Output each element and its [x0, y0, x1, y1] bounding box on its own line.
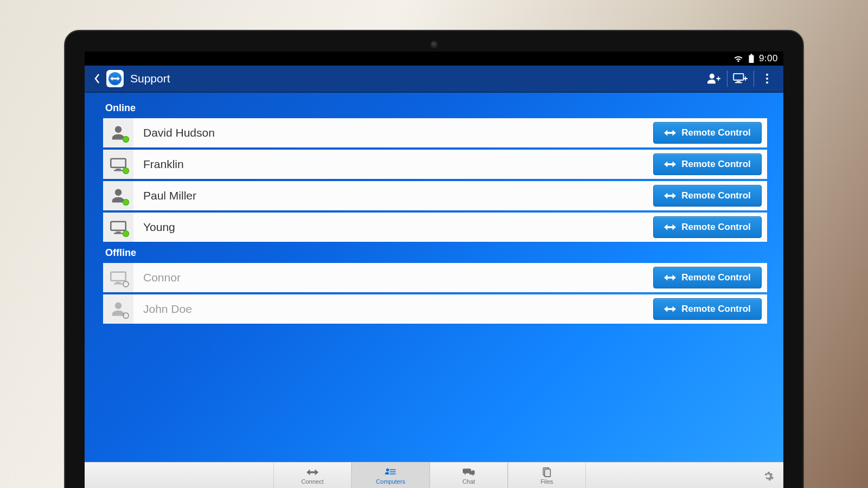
- battery-icon: [748, 54, 755, 63]
- contact-name: John Doe: [133, 294, 650, 324]
- svg-rect-1: [750, 54, 752, 55]
- svg-rect-13: [114, 233, 123, 234]
- wifi-icon: [733, 54, 744, 63]
- remote-control-label: Remote Control: [681, 159, 751, 170]
- svg-point-6: [766, 78, 768, 80]
- svg-rect-2: [733, 74, 743, 80]
- svg-rect-18: [390, 471, 395, 472]
- contact-row[interactable]: John Doe Remote Control: [103, 294, 767, 324]
- camera-dot: [430, 41, 438, 48]
- computer-icon: [103, 263, 133, 292]
- svg-rect-12: [116, 232, 120, 233]
- svg-rect-3: [737, 81, 741, 82]
- svg-rect-0: [749, 55, 754, 63]
- svg-rect-8: [111, 159, 125, 168]
- screen: 9:00 Support: [85, 52, 783, 488]
- remote-control-label: Remote Control: [681, 127, 751, 138]
- remote-control-label: Remote Control: [681, 304, 751, 314]
- section-label-online: Online: [105, 102, 767, 114]
- section-label-offline: Offline: [105, 247, 767, 259]
- contacts-pane: Online David Hudson Remote Control: [85, 93, 783, 462]
- app-header: Support: [85, 66, 783, 93]
- tab-computers[interactable]: Computers: [352, 463, 430, 488]
- contact-row[interactable]: David Hudson Remote Control: [103, 118, 767, 147]
- contact-name: Franklin: [133, 150, 650, 179]
- tab-connect[interactable]: Connect: [273, 463, 352, 488]
- status-dot-offline: [123, 312, 129, 319]
- person-icon: [103, 294, 133, 324]
- offline-list: Connor Remote Control John Doe: [103, 263, 767, 324]
- svg-rect-15: [116, 282, 120, 283]
- back-button[interactable]: [88, 66, 106, 92]
- remote-control-button[interactable]: Remote Control: [653, 185, 762, 207]
- overflow-menu-button[interactable]: [754, 66, 780, 92]
- svg-point-7: [766, 81, 768, 84]
- svg-rect-19: [390, 473, 395, 474]
- contact-name: Connor: [133, 263, 650, 292]
- status-dot-online: [123, 136, 129, 143]
- tab-label: Chat: [462, 478, 475, 485]
- tab-chat[interactable]: Chat: [430, 463, 508, 488]
- status-dot-offline: [123, 281, 129, 287]
- svg-rect-21: [545, 469, 551, 477]
- contact-row[interactable]: Franklin Remote Control: [103, 150, 767, 179]
- computer-icon: [103, 150, 133, 179]
- person-icon: [103, 181, 133, 210]
- contact-name: Paul Miller: [133, 181, 650, 210]
- page-title: Support: [130, 72, 170, 85]
- add-computer-button[interactable]: [727, 66, 754, 92]
- status-dot-online: [123, 168, 129, 174]
- online-list: David Hudson Remote Control Franklin: [103, 118, 767, 242]
- contact-row[interactable]: Paul Miller Remote Control: [103, 181, 767, 210]
- status-dot-online: [123, 199, 129, 206]
- remote-control-label: Remote Control: [681, 190, 751, 201]
- contact-row[interactable]: Young Remote Control: [103, 213, 767, 242]
- bottom-tabbar: Connect Computers Chat Files: [85, 462, 783, 488]
- remote-control-label: Remote Control: [681, 222, 751, 233]
- app-logo: [106, 70, 124, 87]
- tab-label: Files: [540, 478, 553, 485]
- status-dot-online: [123, 230, 129, 237]
- status-bar: 9:00: [85, 52, 783, 66]
- svg-rect-14: [111, 272, 125, 281]
- tab-label: Connect: [302, 478, 324, 485]
- svg-point-5: [766, 74, 768, 76]
- svg-rect-10: [114, 170, 123, 171]
- remote-control-button[interactable]: Remote Control: [653, 298, 762, 320]
- remote-control-button[interactable]: Remote Control: [653, 122, 762, 144]
- settings-button[interactable]: [762, 470, 775, 483]
- computer-icon: [103, 213, 133, 242]
- svg-rect-4: [735, 82, 742, 83]
- svg-rect-17: [390, 469, 395, 470]
- add-contact-button[interactable]: [701, 66, 727, 92]
- remote-control-button[interactable]: Remote Control: [653, 216, 762, 238]
- contact-row[interactable]: Connor Remote Control: [103, 263, 767, 292]
- contact-name: Young: [133, 213, 650, 242]
- remote-control-label: Remote Control: [681, 272, 751, 283]
- svg-rect-16: [114, 283, 123, 284]
- tab-label: Computers: [376, 478, 405, 485]
- remote-control-button[interactable]: Remote Control: [653, 267, 762, 288]
- svg-rect-9: [116, 169, 120, 170]
- tablet-frame: 9:00 Support: [64, 30, 804, 488]
- tab-files[interactable]: Files: [508, 463, 586, 488]
- remote-control-button[interactable]: Remote Control: [653, 153, 762, 175]
- svg-rect-11: [111, 222, 125, 230]
- contact-name: David Hudson: [133, 118, 650, 147]
- status-time: 9:00: [759, 53, 778, 64]
- person-icon: [103, 118, 133, 147]
